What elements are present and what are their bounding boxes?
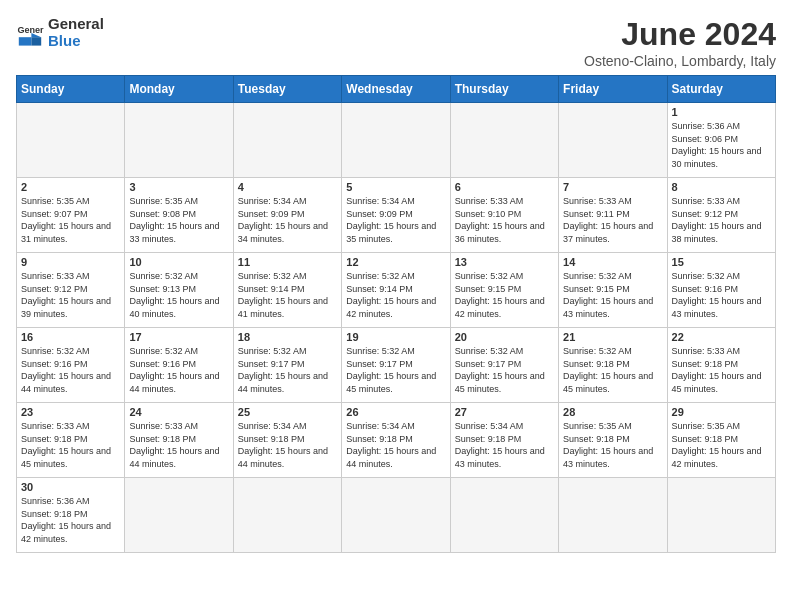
day-number: 15 (672, 256, 771, 268)
week-row-1: 1Sunrise: 5:36 AMSunset: 9:06 PMDaylight… (17, 103, 776, 178)
day-number: 4 (238, 181, 337, 193)
calendar-cell (125, 103, 233, 178)
day-info: Sunrise: 5:32 AMSunset: 9:16 PMDaylight:… (129, 345, 228, 395)
title-block: June 2024 Osteno-Claino, Lombardy, Italy (584, 16, 776, 69)
calendar-cell (450, 103, 558, 178)
calendar-table: SundayMondayTuesdayWednesdayThursdayFrid… (16, 75, 776, 553)
day-info: Sunrise: 5:33 AMSunset: 9:12 PMDaylight:… (672, 195, 771, 245)
calendar-cell: 29Sunrise: 5:35 AMSunset: 9:18 PMDayligh… (667, 403, 775, 478)
calendar-cell: 7Sunrise: 5:33 AMSunset: 9:11 PMDaylight… (559, 178, 667, 253)
day-number: 20 (455, 331, 554, 343)
week-row-3: 9Sunrise: 5:33 AMSunset: 9:12 PMDaylight… (17, 253, 776, 328)
calendar-cell: 18Sunrise: 5:32 AMSunset: 9:17 PMDayligh… (233, 328, 341, 403)
svg-marker-1 (19, 37, 32, 45)
day-info: Sunrise: 5:35 AMSunset: 9:08 PMDaylight:… (129, 195, 228, 245)
day-info: Sunrise: 5:33 AMSunset: 9:11 PMDaylight:… (563, 195, 662, 245)
col-header-thursday: Thursday (450, 76, 558, 103)
day-number: 28 (563, 406, 662, 418)
week-row-2: 2Sunrise: 5:35 AMSunset: 9:07 PMDaylight… (17, 178, 776, 253)
calendar-cell (342, 103, 450, 178)
svg-marker-3 (31, 37, 41, 45)
calendar-cell (559, 478, 667, 553)
day-info: Sunrise: 5:32 AMSunset: 9:13 PMDaylight:… (129, 270, 228, 320)
calendar-cell (233, 103, 341, 178)
calendar-cell: 12Sunrise: 5:32 AMSunset: 9:14 PMDayligh… (342, 253, 450, 328)
col-header-sunday: Sunday (17, 76, 125, 103)
calendar-cell: 4Sunrise: 5:34 AMSunset: 9:09 PMDaylight… (233, 178, 341, 253)
calendar-cell: 23Sunrise: 5:33 AMSunset: 9:18 PMDayligh… (17, 403, 125, 478)
day-number: 3 (129, 181, 228, 193)
page: General General Blue June 2024 Osteno-Cl… (0, 0, 792, 569)
day-info: Sunrise: 5:33 AMSunset: 9:10 PMDaylight:… (455, 195, 554, 245)
calendar-cell (233, 478, 341, 553)
calendar-cell: 17Sunrise: 5:32 AMSunset: 9:16 PMDayligh… (125, 328, 233, 403)
day-info: Sunrise: 5:35 AMSunset: 9:07 PMDaylight:… (21, 195, 120, 245)
day-number: 30 (21, 481, 120, 493)
calendar-cell (17, 103, 125, 178)
svg-text:General: General (17, 25, 44, 35)
calendar-cell: 1Sunrise: 5:36 AMSunset: 9:06 PMDaylight… (667, 103, 775, 178)
day-info: Sunrise: 5:34 AMSunset: 9:18 PMDaylight:… (346, 420, 445, 470)
day-info: Sunrise: 5:32 AMSunset: 9:17 PMDaylight:… (238, 345, 337, 395)
calendar-cell: 20Sunrise: 5:32 AMSunset: 9:17 PMDayligh… (450, 328, 558, 403)
day-number: 23 (21, 406, 120, 418)
week-row-6: 30Sunrise: 5:36 AMSunset: 9:18 PMDayligh… (17, 478, 776, 553)
day-number: 29 (672, 406, 771, 418)
day-number: 8 (672, 181, 771, 193)
day-info: Sunrise: 5:32 AMSunset: 9:15 PMDaylight:… (563, 270, 662, 320)
calendar-cell: 6Sunrise: 5:33 AMSunset: 9:10 PMDaylight… (450, 178, 558, 253)
calendar-cell (667, 478, 775, 553)
calendar-cell: 21Sunrise: 5:32 AMSunset: 9:18 PMDayligh… (559, 328, 667, 403)
day-number: 18 (238, 331, 337, 343)
day-info: Sunrise: 5:33 AMSunset: 9:18 PMDaylight:… (21, 420, 120, 470)
day-info: Sunrise: 5:32 AMSunset: 9:17 PMDaylight:… (455, 345, 554, 395)
day-info: Sunrise: 5:36 AMSunset: 9:06 PMDaylight:… (672, 120, 771, 170)
calendar-cell (559, 103, 667, 178)
day-info: Sunrise: 5:34 AMSunset: 9:18 PMDaylight:… (455, 420, 554, 470)
day-number: 17 (129, 331, 228, 343)
day-info: Sunrise: 5:32 AMSunset: 9:16 PMDaylight:… (21, 345, 120, 395)
month-title: June 2024 (584, 16, 776, 53)
calendar-cell: 27Sunrise: 5:34 AMSunset: 9:18 PMDayligh… (450, 403, 558, 478)
day-info: Sunrise: 5:32 AMSunset: 9:14 PMDaylight:… (238, 270, 337, 320)
calendar-cell: 13Sunrise: 5:32 AMSunset: 9:15 PMDayligh… (450, 253, 558, 328)
calendar-cell: 30Sunrise: 5:36 AMSunset: 9:18 PMDayligh… (17, 478, 125, 553)
day-info: Sunrise: 5:36 AMSunset: 9:18 PMDaylight:… (21, 495, 120, 545)
day-number: 27 (455, 406, 554, 418)
day-number: 12 (346, 256, 445, 268)
calendar-cell: 10Sunrise: 5:32 AMSunset: 9:13 PMDayligh… (125, 253, 233, 328)
day-number: 6 (455, 181, 554, 193)
day-number: 1 (672, 106, 771, 118)
day-info: Sunrise: 5:33 AMSunset: 9:18 PMDaylight:… (672, 345, 771, 395)
day-info: Sunrise: 5:32 AMSunset: 9:17 PMDaylight:… (346, 345, 445, 395)
logo-icon: General (16, 19, 44, 47)
calendar-cell: 9Sunrise: 5:33 AMSunset: 9:12 PMDaylight… (17, 253, 125, 328)
day-info: Sunrise: 5:34 AMSunset: 9:18 PMDaylight:… (238, 420, 337, 470)
day-number: 13 (455, 256, 554, 268)
calendar-cell: 28Sunrise: 5:35 AMSunset: 9:18 PMDayligh… (559, 403, 667, 478)
day-info: Sunrise: 5:33 AMSunset: 9:12 PMDaylight:… (21, 270, 120, 320)
calendar-header-row: SundayMondayTuesdayWednesdayThursdayFrid… (17, 76, 776, 103)
calendar-cell: 5Sunrise: 5:34 AMSunset: 9:09 PMDaylight… (342, 178, 450, 253)
day-number: 16 (21, 331, 120, 343)
day-info: Sunrise: 5:34 AMSunset: 9:09 PMDaylight:… (238, 195, 337, 245)
col-header-wednesday: Wednesday (342, 76, 450, 103)
day-number: 11 (238, 256, 337, 268)
calendar-cell: 2Sunrise: 5:35 AMSunset: 9:07 PMDaylight… (17, 178, 125, 253)
day-number: 26 (346, 406, 445, 418)
calendar-cell: 3Sunrise: 5:35 AMSunset: 9:08 PMDaylight… (125, 178, 233, 253)
calendar-cell: 16Sunrise: 5:32 AMSunset: 9:16 PMDayligh… (17, 328, 125, 403)
logo: General General Blue (16, 16, 104, 49)
day-number: 14 (563, 256, 662, 268)
day-number: 2 (21, 181, 120, 193)
col-header-saturday: Saturday (667, 76, 775, 103)
calendar-cell: 22Sunrise: 5:33 AMSunset: 9:18 PMDayligh… (667, 328, 775, 403)
day-info: Sunrise: 5:33 AMSunset: 9:18 PMDaylight:… (129, 420, 228, 470)
calendar-cell: 25Sunrise: 5:34 AMSunset: 9:18 PMDayligh… (233, 403, 341, 478)
calendar-cell: 14Sunrise: 5:32 AMSunset: 9:15 PMDayligh… (559, 253, 667, 328)
logo-general: General (48, 16, 104, 33)
day-info: Sunrise: 5:32 AMSunset: 9:18 PMDaylight:… (563, 345, 662, 395)
day-info: Sunrise: 5:35 AMSunset: 9:18 PMDaylight:… (563, 420, 662, 470)
day-info: Sunrise: 5:32 AMSunset: 9:14 PMDaylight:… (346, 270, 445, 320)
day-number: 10 (129, 256, 228, 268)
